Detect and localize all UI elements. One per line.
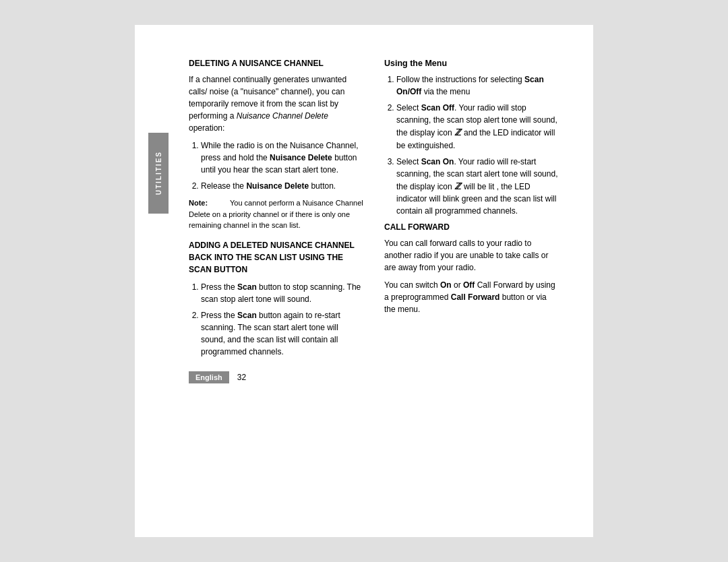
cf-p2-off: Off — [463, 280, 475, 290]
deleting-intro-end: operation: — [189, 123, 224, 133]
right-column: Using the Menu Follow the instructions f… — [384, 59, 559, 383]
deleting-intro: If a channel continually generates unwan… — [189, 73, 364, 134]
using-menu-title: Using the Menu — [384, 59, 559, 68]
left-column: DELETING A NUISANCE CHANNEL If a channel… — [189, 59, 364, 383]
menu-step1-start: Follow the instructions for selecting — [396, 75, 524, 84]
deleting-step-1: While the radio is on the Nuisance Chann… — [201, 139, 364, 176]
call-forward-para1: You can call forward calls to your radio… — [384, 237, 559, 274]
sidebar-tab: UTILITIES — [148, 133, 169, 214]
adding-step1-bold: Scan — [237, 282, 257, 292]
deleting-section-title: DELETING A NUISANCE CHANNEL — [189, 59, 364, 68]
menu-step3-start: Select — [396, 157, 421, 166]
adding-step2-bold: Scan — [237, 311, 257, 320]
document-page: UTILITIES DELETING A NUISANCE CHANNEL If… — [135, 25, 593, 537]
sidebar-label-text: UTILITIES — [155, 151, 162, 195]
adding-section-title: ADDING A DELETED NUISANCE CHANNEL BACK I… — [189, 239, 364, 276]
adding-steps: Press the Scan button to stop scanning. … — [201, 281, 364, 358]
menu-step-1: Follow the instructions for selecting Sc… — [396, 73, 559, 98]
adding-step1-start: Press the — [201, 282, 237, 292]
step1-bold: Nuisance Delete — [270, 153, 332, 162]
menu-step1-end: via the menu — [421, 87, 470, 96]
adding-section: ADDING A DELETED NUISANCE CHANNEL BACK I… — [189, 239, 364, 358]
deleting-section: DELETING A NUISANCE CHANNEL If a channel… — [189, 59, 364, 231]
adding-step-2: Press the Scan button again to re-start … — [201, 309, 364, 358]
call-forward-para2: You can switch On or Off Call Forward by… — [384, 279, 559, 315]
deleting-steps: While the radio is on the Nuisance Chann… — [201, 139, 364, 192]
adding-step-1: Press the Scan button to stop scanning. … — [201, 281, 364, 305]
note-text: You cannot perform a Nuisance Channel De… — [189, 199, 363, 229]
deleting-step-2: Release the Nuisance Delete button. — [201, 180, 364, 192]
page-container: UTILITIES DELETING A NUISANCE CHANNEL If… — [0, 0, 728, 562]
cf-p2-mid: or — [452, 280, 463, 290]
call-forward-section: CALL FORWARD You can call forward calls … — [384, 222, 559, 315]
menu-step-2: Select Scan Off. Your radio will stop sc… — [396, 102, 559, 152]
cf-p2-start: You can switch — [384, 280, 440, 290]
cf-p2-on: On — [440, 280, 452, 290]
note-label: Note: — [189, 199, 208, 207]
footer: English 32 — [189, 371, 364, 383]
step2-bold: Nuisance Delete — [246, 181, 309, 191]
cf-p2-bold: Call Forward — [451, 292, 500, 302]
two-column-layout: DELETING A NUISANCE CHANNEL If a channel… — [189, 59, 559, 383]
page-number: 32 — [237, 373, 246, 382]
step2-text-end: button. — [309, 181, 336, 191]
call-forward-title: CALL FORWARD — [384, 222, 559, 232]
step2-text-start: Release the — [201, 181, 246, 191]
using-menu-section: Using the Menu Follow the instructions f… — [384, 59, 559, 217]
menu-step2-start: Select — [396, 103, 421, 113]
scan-icon-1: ℤ — [452, 127, 464, 137]
adding-step2-start: Press the — [201, 311, 237, 320]
english-badge: English — [189, 371, 229, 383]
menu-step3-bold: Scan On — [421, 157, 454, 166]
menu-step2-bold: Scan Off — [421, 103, 454, 113]
note-block: Note: You cannot perform a Nuisance Chan… — [189, 197, 364, 231]
scan-icon-2: ℤ — [452, 181, 464, 191]
menu-steps: Follow the instructions for selecting Sc… — [396, 73, 559, 217]
menu-step-3: Select Scan On. Your radio will re-start… — [396, 156, 559, 218]
deleting-intro-italic: Nuisance Channel Delete — [237, 111, 328, 121]
